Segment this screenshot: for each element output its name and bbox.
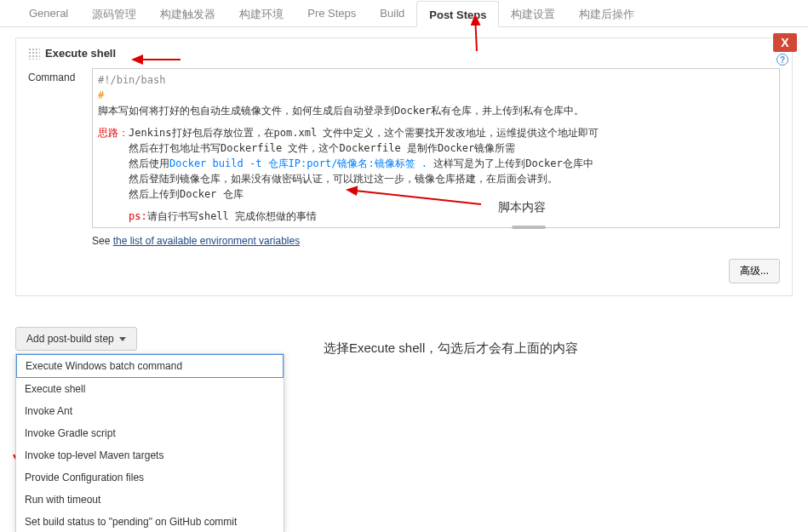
drag-handle-icon[interactable] bbox=[28, 48, 40, 60]
section-title: Execute shell bbox=[45, 47, 116, 60]
dropdown-menu: Execute Windows batch command Execute sh… bbox=[15, 353, 284, 532]
menu-item-gradle[interactable]: Invoke Gradle script bbox=[16, 422, 284, 444]
close-button[interactable]: X bbox=[773, 33, 797, 52]
tab-build-env[interactable]: 构建环境 bbox=[227, 0, 295, 26]
menu-item-batch[interactable]: Execute Windows batch command bbox=[16, 354, 284, 378]
menu-item-maven[interactable]: Invoke top-level Maven targets bbox=[16, 444, 284, 466]
annotation-script-content: 脚本内容 bbox=[498, 200, 546, 215]
command-textarea[interactable]: #!/bin/bash # 脚本写如何将打好的包自动生成镜像文件，如何生成后自动… bbox=[92, 68, 780, 228]
env-vars-link-row: See the list of available environment va… bbox=[28, 235, 780, 247]
menu-item-github[interactable]: Set build status to "pending" on GitHub … bbox=[16, 511, 284, 532]
env-vars-link[interactable]: the list of available environment variab… bbox=[113, 235, 300, 247]
chevron-down-icon bbox=[119, 337, 126, 341]
tab-scm[interactable]: 源码管理 bbox=[80, 0, 148, 26]
content-area: X ? Execute shell Command #!/bin/bash # … bbox=[0, 27, 808, 361]
menu-item-config[interactable]: Provide Configuration files bbox=[16, 466, 284, 489]
command-label: Command bbox=[28, 68, 92, 83]
tab-build[interactable]: Build bbox=[368, 0, 416, 26]
menu-item-shell[interactable]: Execute shell bbox=[16, 378, 284, 400]
menu-item-ant[interactable]: Invoke Ant bbox=[16, 400, 284, 422]
menu-item-timeout[interactable]: Run with timeout bbox=[16, 489, 284, 511]
execute-shell-block: X ? Execute shell Command #!/bin/bash # … bbox=[15, 37, 793, 296]
tab-build-settings[interactable]: 构建设置 bbox=[499, 0, 567, 26]
tab-post-build[interactable]: 构建后操作 bbox=[567, 0, 646, 26]
scroll-thumb[interactable] bbox=[512, 226, 546, 229]
tab-general[interactable]: General bbox=[17, 0, 80, 26]
tab-triggers[interactable]: 构建触发器 bbox=[148, 0, 227, 26]
tab-post-steps[interactable]: Post Steps bbox=[416, 1, 499, 27]
tab-bar: General 源码管理 构建触发器 构建环境 Pre Steps Build … bbox=[0, 0, 808, 27]
annotation-select-shell: 选择Execute shell，勾选后才会有上面的内容 bbox=[324, 340, 578, 357]
advanced-button[interactable]: 高级... bbox=[729, 259, 780, 283]
tab-pre-steps[interactable]: Pre Steps bbox=[295, 0, 368, 26]
help-icon[interactable]: ? bbox=[776, 54, 788, 66]
add-post-build-step-button[interactable]: Add post-build step bbox=[15, 327, 137, 351]
